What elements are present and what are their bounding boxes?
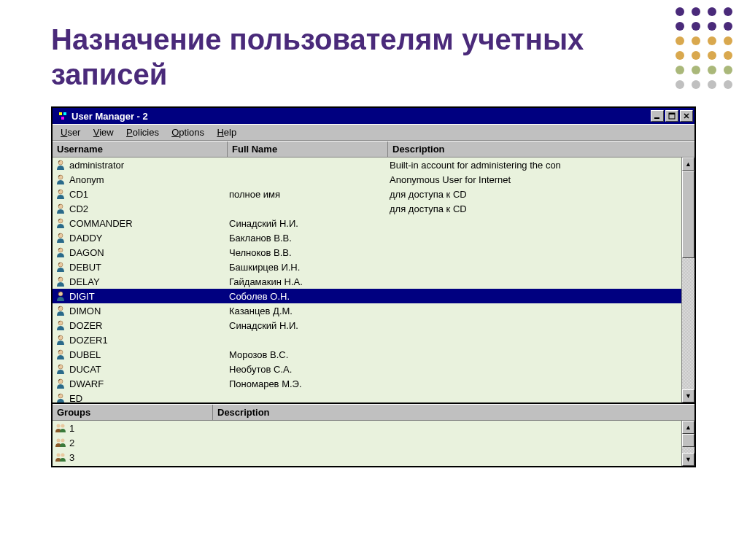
cell-username: CD1 (69, 189, 229, 200)
titlebar: User Manager - 2 (53, 108, 694, 124)
user-row[interactable]: DOZERСинадский Н.И. (53, 318, 681, 332)
scroll-down-button[interactable]: ▼ (682, 453, 694, 466)
cell-description: Anonymous User for Internet (390, 174, 681, 185)
user-row[interactable]: DUCATНеобутов С.А. (53, 362, 681, 376)
svg-point-30 (61, 454, 65, 457)
menu-policies[interactable]: Policies (121, 126, 164, 139)
users-column-headers: Username Full Name Description (53, 141, 694, 158)
menu-user[interactable]: User (55, 126, 85, 139)
svg-rect-5 (669, 113, 675, 114)
window-title: User Manager - 2 (71, 111, 649, 122)
svg-rect-2 (61, 117, 64, 120)
cell-username: Anonym (69, 174, 229, 185)
cell-username: DWARF (69, 378, 229, 389)
cell-fullname: Необутов С.А. (229, 364, 390, 375)
svg-point-27 (57, 439, 61, 443)
scroll-track[interactable] (682, 171, 694, 389)
menu-options[interactable]: Options (166, 126, 209, 139)
groups-scrollbar[interactable]: ▲ ▼ (681, 421, 694, 466)
svg-rect-3 (654, 117, 659, 119)
user-icon (54, 392, 67, 402)
user-row[interactable]: DADDYБакланов В.В. (53, 230, 681, 245)
svg-point-29 (57, 454, 61, 457)
scroll-thumb[interactable] (682, 171, 694, 258)
group-row[interactable]: 3 (53, 450, 681, 464)
cell-fullname: Соболев О.Н. (229, 291, 390, 302)
cell-fullname: Челноков В.В. (229, 247, 390, 258)
col-fullname[interactable]: Full Name (228, 141, 388, 158)
user-row[interactable]: DWARFПономарев М.Э. (53, 376, 681, 391)
scroll-up-button[interactable]: ▲ (682, 158, 694, 171)
scroll-thumb[interactable] (682, 434, 694, 447)
user-row[interactable]: administratorBuilt-in account for admini… (53, 158, 681, 172)
menu-view[interactable]: View (88, 126, 119, 139)
slide-title: Назначение пользователям учетных записей (51, 22, 696, 92)
groups-pane: 123 ▲ ▼ (53, 421, 694, 466)
user-icon (54, 348, 67, 361)
col-description[interactable]: Description (388, 141, 694, 158)
user-manager-window: User Manager - 2 User View Policies Opti… (51, 106, 696, 467)
svg-rect-0 (59, 112, 62, 115)
cell-group-name: 2 (69, 438, 74, 448)
user-icon (54, 377, 67, 390)
maximize-button[interactable] (665, 110, 678, 122)
svg-point-26 (61, 424, 65, 428)
groups-column-headers: Groups Description (53, 404, 694, 421)
user-row[interactable]: ED (53, 391, 681, 402)
user-icon (54, 173, 67, 186)
user-row[interactable]: DIGITСоболев О.Н. (53, 289, 681, 303)
cell-description: для доступа к CD (390, 203, 681, 214)
group-icon (54, 421, 67, 435)
user-row[interactable]: CD1полное имядля доступа к CD (53, 187, 681, 201)
users-list[interactable]: administratorBuilt-in account for admini… (53, 158, 681, 402)
user-row[interactable]: DEBUTБашкирцев И.Н. (53, 260, 681, 274)
cell-fullname: Синадский Н.И. (229, 320, 390, 331)
cell-fullname: полное имя (229, 189, 390, 200)
user-row[interactable]: AnonymAnonymous User for Internet (53, 172, 681, 187)
user-icon (54, 275, 67, 288)
scroll-down-button[interactable]: ▼ (682, 389, 694, 402)
menubar: User View Policies Options Help (53, 124, 694, 141)
users-scrollbar[interactable]: ▲ ▼ (681, 158, 694, 402)
svg-rect-1 (63, 112, 66, 115)
scroll-up-button[interactable]: ▲ (682, 421, 694, 434)
scroll-track[interactable] (682, 434, 694, 453)
cell-group-name: 1 (69, 423, 74, 434)
user-icon (54, 202, 67, 215)
user-icon (54, 187, 67, 201)
cell-fullname: Пономарев М.Э. (229, 378, 390, 389)
cell-fullname: Синадский Н.И. (229, 218, 390, 229)
cell-username: DIGIT (69, 291, 229, 302)
close-button[interactable] (680, 110, 693, 122)
cell-username: DEBUT (69, 262, 229, 273)
user-row[interactable]: DOZER1 (53, 332, 681, 347)
group-row[interactable]: 2 (53, 435, 681, 450)
col-groups-description[interactable]: Description (213, 405, 694, 421)
user-row[interactable]: CD2для доступа к CD (53, 201, 681, 216)
user-row[interactable]: COMMANDERСинадский Н.И. (53, 216, 681, 230)
menu-help[interactable]: Help (212, 126, 241, 139)
user-row[interactable]: DELAYГайдамакин Н.А. (53, 274, 681, 289)
minimize-button[interactable] (651, 110, 664, 122)
group-row[interactable]: 1 (53, 421, 681, 435)
cell-username: DUBEL (69, 349, 229, 360)
cell-username: DUCAT (69, 364, 229, 375)
user-icon (54, 231, 67, 244)
decorative-dots (676, 7, 732, 95)
col-username[interactable]: Username (53, 141, 228, 158)
user-row[interactable]: DAGONЧелноков В.В. (53, 245, 681, 260)
user-icon (54, 319, 67, 332)
user-icon (54, 260, 67, 273)
users-pane: administratorBuilt-in account for admini… (53, 158, 694, 404)
cell-description: Built-in account for administering the c… (390, 160, 681, 171)
cell-fullname: Казанцев Д.М. (229, 306, 390, 316)
cell-username: DELAY (69, 276, 229, 287)
user-icon (54, 246, 67, 259)
user-row[interactable]: DUBELМорозов В.С. (53, 347, 681, 362)
cell-username: DADDY (69, 233, 229, 244)
user-icon (54, 289, 67, 303)
user-row[interactable]: DIMONКазанцев Д.М. (53, 303, 681, 318)
groups-list[interactable]: 123 (53, 421, 681, 466)
cell-group-name: 3 (69, 452, 74, 463)
col-groups[interactable]: Groups (53, 405, 213, 421)
